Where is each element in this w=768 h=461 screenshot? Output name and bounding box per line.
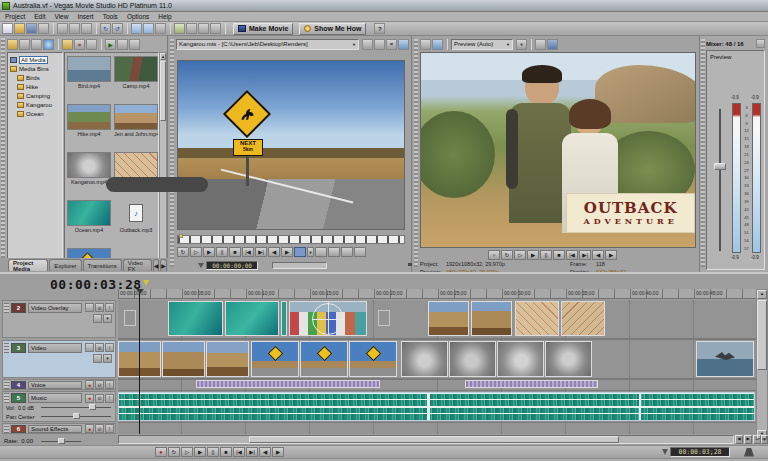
preview-external-monitor-icon[interactable]: [432, 39, 443, 50]
pan-slider[interactable]: [41, 416, 111, 417]
trimmer-history-icon[interactable]: [362, 39, 373, 50]
tab-explorer[interactable]: Explorer: [49, 259, 81, 271]
playback-cursor-head[interactable]: [136, 289, 144, 294]
stop-button[interactable]: ■: [229, 247, 241, 257]
next-frame-button[interactable]: ▶: [605, 250, 617, 260]
overlays-dropdown-icon[interactable]: ▼: [516, 39, 527, 50]
track-solo-icon[interactable]: !: [105, 343, 114, 352]
media-item-outback-audio[interactable]: ♪ Outback.mp3: [114, 200, 158, 233]
track-fx-icon[interactable]: ▾: [103, 354, 112, 363]
go-to-start-button[interactable]: |◀: [566, 250, 578, 260]
track-header-video[interactable]: 3 Video ⊘ ! ▾: [2, 340, 116, 378]
pause-button[interactable]: ||: [207, 447, 219, 457]
menu-project[interactable]: Project: [5, 13, 25, 20]
h-scroll-left-arrow[interactable]: ◀: [735, 435, 743, 444]
remove-media-icon[interactable]: ×: [74, 39, 85, 50]
timeline-h-scrollbar[interactable]: [118, 435, 734, 444]
go-to-end-button[interactable]: ▶|: [246, 447, 258, 457]
redo-icon[interactable]: ↻: [112, 23, 123, 34]
loop-playback-button[interactable]: ↻: [168, 447, 180, 457]
media-list-scrollbar[interactable]: ▲ ▼: [159, 52, 167, 292]
track-drag-handle[interactable]: [4, 425, 9, 433]
trimmer-timeline-strip[interactable]: [177, 235, 405, 244]
tree-item-birds[interactable]: Birds: [10, 73, 62, 82]
track-motion-blur-icon[interactable]: [85, 343, 94, 352]
vu-meter-left[interactable]: [732, 103, 741, 253]
trimmer-grip[interactable]: [170, 39, 174, 267]
preview-grip[interactable]: [414, 39, 418, 267]
marker-flag[interactable]: [143, 280, 149, 286]
previous-frame-button[interactable]: ◀: [268, 247, 280, 257]
new-bin-icon[interactable]: [62, 39, 73, 50]
tree-item-all-media[interactable]: All Media: [10, 55, 62, 64]
tab-scroll-left[interactable]: ◀: [153, 259, 160, 271]
meter-peak-right[interactable]: -0.9: [751, 95, 759, 100]
new-project-icon[interactable]: [2, 23, 13, 34]
track-solo-icon[interactable]: !: [105, 394, 114, 403]
rate-slider-handle[interactable]: [58, 438, 65, 444]
scroll-up-arrow[interactable]: ▲: [757, 290, 767, 299]
go-to-end-button[interactable]: ▶|: [579, 250, 591, 260]
stop-button[interactable]: ■: [220, 447, 232, 457]
empty-event-bracket[interactable]: [124, 310, 136, 326]
stop-button[interactable]: ■: [553, 250, 565, 260]
track-solo-icon[interactable]: !: [105, 424, 114, 433]
compositing-mode-icon[interactable]: [93, 354, 102, 363]
panel-grip[interactable]: [1, 38, 5, 258]
clip-ocean-3[interactable]: [281, 301, 287, 336]
loop-playback-button[interactable]: ↻: [177, 247, 189, 257]
menu-insert[interactable]: Insert: [77, 13, 93, 20]
pause-button[interactable]: ||: [540, 250, 552, 260]
loop-playback-button[interactable]: ↻: [501, 250, 513, 260]
project-video-properties-icon[interactable]: [420, 39, 431, 50]
metronome-icon[interactable]: [744, 448, 754, 457]
go-to-start-button[interactable]: |◀: [242, 247, 254, 257]
next-frame-button[interactable]: ▶: [272, 447, 284, 457]
menu-view[interactable]: View: [54, 13, 68, 20]
rate-slider[interactable]: [41, 441, 81, 442]
title-bar[interactable]: Australia.vf - Vegas Movie Studio HD Pla…: [0, 0, 768, 12]
next-frame-button[interactable]: ▶: [281, 247, 293, 257]
auto-ripple-icon[interactable]: [143, 23, 154, 34]
trimmer-selection-bar[interactable]: [272, 262, 327, 269]
clip-couple-a1[interactable]: [428, 301, 469, 336]
track-solo-icon[interactable]: !: [105, 380, 114, 389]
h-scroll-right-arrow[interactable]: ▶: [744, 435, 752, 444]
vu-meter-right[interactable]: [752, 103, 761, 253]
zoom-out-button[interactable]: −: [753, 435, 761, 444]
clip-kangaroo-gray-3[interactable]: [497, 341, 544, 377]
media-fx-icon[interactable]: [129, 39, 140, 50]
track-solo-icon[interactable]: !: [105, 303, 114, 312]
create-subclip-button[interactable]: [328, 247, 340, 257]
go-to-end-button[interactable]: ▶|: [255, 247, 267, 257]
dropdown-arrow-icon[interactable]: ▼: [352, 42, 356, 47]
show-me-how-button[interactable]: Show Me How: [299, 23, 366, 35]
volume-slider[interactable]: [41, 407, 111, 408]
track-header-voice[interactable]: 4 Voice ● ⊘ !: [2, 379, 116, 390]
clip-couple-2[interactable]: [162, 341, 205, 377]
mixer-insert-bus-icon[interactable]: [756, 39, 765, 48]
menu-tools[interactable]: Tools: [103, 13, 118, 20]
empty-event-bracket[interactable]: [378, 310, 390, 326]
scrollbar-thumb[interactable]: [757, 300, 767, 370]
timeline-ruler[interactable]: 00:00:00;00 00:00:05;00 00:00:10;00 00:0…: [118, 289, 756, 299]
copy-icon[interactable]: [69, 23, 80, 34]
clip-couple-3[interactable]: [206, 341, 249, 377]
pause-button[interactable]: ||: [216, 247, 228, 257]
track-mute-icon[interactable]: ⊘: [95, 303, 104, 312]
tree-item-media-bins[interactable]: Media Bins: [10, 64, 62, 73]
add-media-marker-button[interactable]: [315, 247, 327, 257]
ignore-grouping-icon[interactable]: [174, 23, 185, 34]
playback-cursor[interactable]: [139, 289, 140, 434]
select-region-button[interactable]: [341, 247, 353, 257]
cut-icon[interactable]: [57, 23, 68, 34]
make-movie-button[interactable]: Make Movie: [233, 23, 293, 35]
media-item-kangaroo[interactable]: Kangaroo.mp4: [67, 152, 111, 185]
tab-project-media[interactable]: Project Media: [8, 259, 48, 271]
track-drag-handle[interactable]: [4, 381, 9, 389]
track-mute-icon[interactable]: ⊘: [95, 424, 104, 433]
zoom-in-button[interactable]: +: [761, 435, 768, 444]
clip-kangaroo-sign-2[interactable]: [300, 341, 348, 377]
clip-voice-1[interactable]: [196, 380, 380, 388]
play-button[interactable]: ▶: [527, 250, 539, 260]
